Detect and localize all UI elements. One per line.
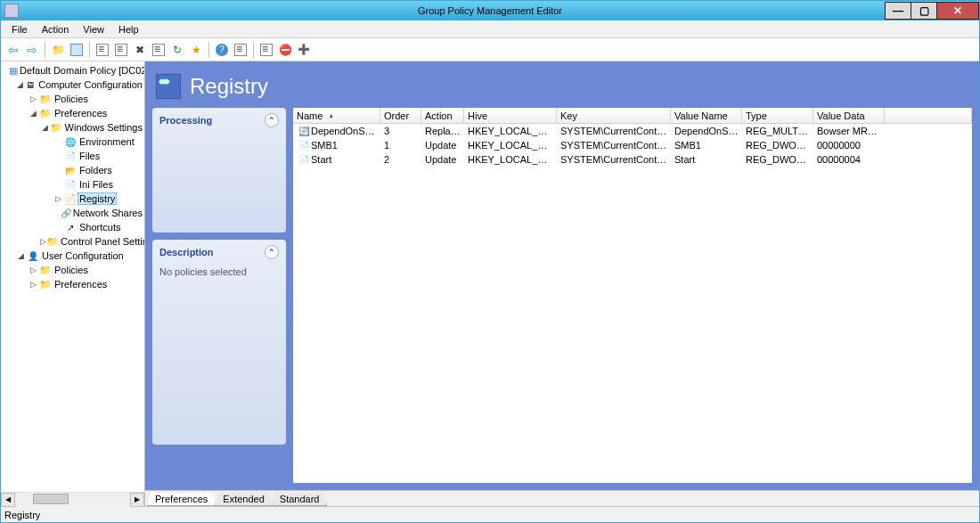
processing-pod-title: Processing: [159, 115, 212, 126]
cell-action: Update: [421, 154, 464, 165]
window-controls: — ▢ ✕: [886, 2, 979, 20]
tree-network-shares[interactable]: ▷Network Shares: [53, 206, 144, 220]
tree-environment[interactable]: ▷Environment: [53, 135, 144, 149]
cell-key: SYSTEM\CurrentControlS...: [557, 154, 671, 165]
table-row[interactable]: SMB11UpdateHKEY_LOCAL_MAC...SYSTEM\Curre…: [293, 138, 972, 152]
scroll-right-button[interactable]: ▶: [130, 493, 144, 507]
separator: [89, 42, 90, 58]
description-body: No policies selected: [159, 263, 279, 277]
tab-extended[interactable]: Extended: [215, 493, 272, 506]
column-header-key[interactable]: Key: [557, 108, 671, 123]
separator: [45, 42, 45, 58]
close-button[interactable]: ✕: [936, 2, 979, 20]
properties-button[interactable]: [150, 41, 167, 59]
tree-user-preferences[interactable]: ▷Preferences: [28, 277, 144, 291]
content-row: Processing ⌃ Description ⌃ No policies s…: [152, 108, 972, 483]
cell-value-data: 00000000: [813, 140, 885, 151]
cell-value-name: DependOnServ...: [671, 126, 742, 136]
tab-standard[interactable]: Standard: [272, 493, 328, 506]
tree-root[interactable]: ▷Default Domain Policy [DC02.C…: [3, 63, 144, 78]
tree-control-panel-settings[interactable]: ▷Control Panel Settings: [40, 234, 144, 249]
tree-user-policies[interactable]: ▷Policies: [28, 263, 144, 277]
column-header-name[interactable]: Name: [293, 108, 380, 123]
scroll-track[interactable]: [15, 493, 130, 507]
status-text: Registry: [4, 510, 40, 520]
view-tabs: Preferences Extended Standard: [145, 490, 979, 506]
menu-action[interactable]: Action: [35, 22, 77, 37]
tree-windows-settings[interactable]: ◢Windows Settings: [40, 120, 144, 135]
cell-name: DependOnService: [293, 125, 380, 137]
forward-button[interactable]: [23, 41, 41, 59]
column-header-action[interactable]: Action: [421, 108, 464, 123]
tree-user-configuration[interactable]: ◢User Configuration: [15, 249, 144, 263]
minimize-button[interactable]: —: [885, 2, 911, 20]
tree-horizontal-scrollbar[interactable]: ◀ ▶: [1, 492, 144, 506]
help-button[interactable]: [213, 41, 231, 59]
tree-computer-configuration[interactable]: ◢Computer Configuration: [15, 78, 144, 92]
description-pod-title: Description: [159, 247, 214, 257]
export-button[interactable]: [187, 41, 205, 59]
column-header-value-data[interactable]: Value Data: [813, 108, 885, 123]
registry-icon: [156, 74, 181, 99]
copy-button[interactable]: [94, 41, 111, 59]
cell-value-name: Start: [671, 154, 742, 165]
column-header-order[interactable]: Order: [380, 108, 421, 123]
column-header-type[interactable]: Type: [742, 108, 813, 123]
tree-files[interactable]: ▷Files: [53, 149, 144, 163]
view-list-button[interactable]: [232, 41, 249, 59]
tree-panel: ▷Default Domain Policy [DC02.C… ◢Compute…: [1, 61, 145, 506]
description-pod: Description ⌃ No policies selected: [152, 240, 286, 445]
status-bar: Registry: [1, 506, 979, 522]
menu-help[interactable]: Help: [111, 22, 146, 37]
content-area: Registry Processing ⌃ Description ⌃: [145, 61, 979, 490]
tree-folders[interactable]: ▷Folders: [53, 163, 144, 177]
maximize-button[interactable]: ▢: [911, 2, 937, 20]
stop-button[interactable]: [276, 41, 294, 59]
titlebar: Group Policy Management Editor — ▢ ✕: [1, 1, 979, 20]
cell-hive: HKEY_LOCAL_MAC...: [464, 126, 557, 136]
cell-type: REG_MULTI_SZ: [742, 126, 813, 136]
scroll-left-button[interactable]: ◀: [1, 493, 15, 507]
show-hide-tree-button[interactable]: [68, 41, 86, 59]
tab-preferences[interactable]: Preferences: [147, 493, 216, 506]
refresh-button[interactable]: [168, 41, 186, 59]
up-button[interactable]: [49, 41, 67, 59]
right-panel: Registry Processing ⌃ Description ⌃: [145, 61, 979, 506]
cell-hive: HKEY_LOCAL_MAC...: [464, 140, 557, 151]
registry-header: Registry: [152, 69, 972, 108]
cell-order: 1: [380, 140, 421, 151]
cell-type: REG_DWORD: [742, 140, 813, 151]
column-header-value-name[interactable]: Value Name: [671, 108, 742, 123]
tree-policies[interactable]: ▷Policies: [28, 92, 144, 106]
row-icon: [297, 139, 311, 151]
list-header[interactable]: NameOrderActionHiveKeyValue NameTypeValu…: [293, 108, 972, 124]
tree-ini-files[interactable]: ▷Ini Files: [53, 177, 144, 192]
processing-collapse-button[interactable]: ⌃: [265, 113, 279, 127]
table-row[interactable]: DependOnService3ReplaceHKEY_LOCAL_MAC...…: [293, 124, 972, 138]
console-tree[interactable]: ▷Default Domain Policy [DC02.C… ◢Compute…: [1, 61, 144, 492]
description-collapse-button[interactable]: ⌃: [265, 245, 279, 259]
tree-preferences[interactable]: ◢Preferences: [28, 106, 144, 120]
cell-key: SYSTEM\CurrentControlS...: [557, 126, 671, 136]
table-row[interactable]: Start2UpdateHKEY_LOCAL_MAC...SYSTEM\Curr…: [293, 152, 972, 167]
menu-file[interactable]: File: [4, 22, 35, 37]
column-header-filler: [885, 108, 972, 123]
list-body[interactable]: DependOnService3ReplaceHKEY_LOCAL_MAC...…: [293, 124, 972, 483]
menubar: File Action View Help: [1, 20, 979, 38]
menu-view[interactable]: View: [76, 22, 111, 37]
paste-button[interactable]: [112, 41, 130, 59]
cell-action: Update: [421, 140, 464, 151]
scroll-thumb[interactable]: [33, 494, 69, 504]
cell-key: SYSTEM\CurrentControlS...: [557, 140, 671, 151]
cell-action: Replace: [421, 126, 464, 136]
cell-value-name: SMB1: [671, 140, 742, 151]
delete-button[interactable]: [131, 41, 149, 59]
column-header-hive[interactable]: Hive: [464, 108, 557, 123]
tree-shortcuts[interactable]: ▷Shortcuts: [53, 220, 144, 234]
filter-button[interactable]: [257, 41, 275, 59]
add-button[interactable]: [295, 41, 313, 59]
back-button[interactable]: [4, 41, 22, 59]
side-pods: Processing ⌃ Description ⌃ No policies s…: [152, 108, 286, 483]
row-icon: [297, 125, 311, 137]
tree-registry[interactable]: ▷Registry: [53, 192, 144, 206]
